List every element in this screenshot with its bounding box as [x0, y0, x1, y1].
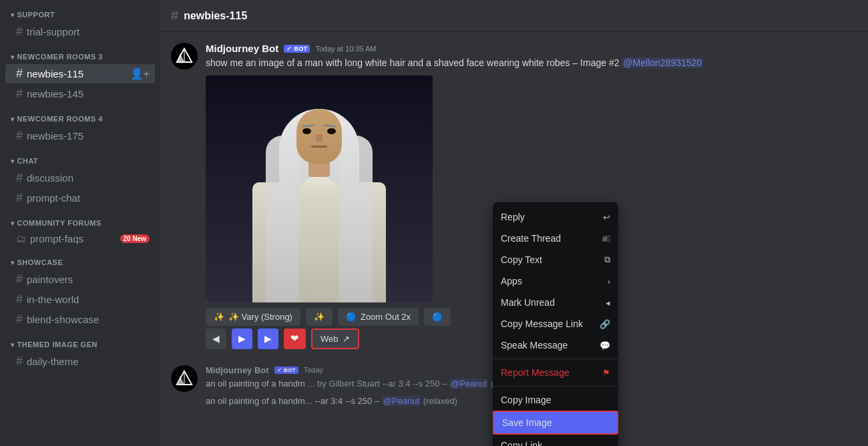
- sidebar-item-daily-theme[interactable]: # daily-theme: [5, 352, 155, 371]
- context-menu-divider: [493, 359, 618, 359]
- channel-header: # newbies-115: [160, 0, 868, 32]
- context-create-thread[interactable]: Create Thread #⃣: [493, 228, 618, 249]
- vary-subtle-button[interactable]: ✨: [306, 308, 333, 326]
- hash-icon: #: [16, 355, 23, 369]
- channel-hash-icon: #: [171, 8, 178, 23]
- sidebar-item-newbies-115[interactable]: # newbies-115 👤+: [5, 64, 155, 83]
- context-apps[interactable]: Apps ›: [493, 270, 618, 292]
- sidebar-item-blend-showcase[interactable]: # blend-showcase: [5, 310, 155, 329]
- context-mark-unread[interactable]: Mark Unread ◂: [493, 292, 618, 313]
- sidebar-item-prompt-faqs[interactable]: 🗂 prompt-faqs 20 New: [5, 230, 155, 247]
- message-timestamp-2: Today: [304, 366, 323, 374]
- chevron-down-icon: ▾: [11, 116, 15, 123]
- hash-icon: #: [16, 292, 23, 306]
- chevron-down-icon: ▾: [11, 11, 15, 19]
- chevron-down-icon: ▾: [11, 341, 15, 349]
- chevron-down-icon: ▾: [11, 259, 15, 266]
- sidebar-category-themed-image-gen[interactable]: ▾ THEMED IMAGE GEN: [0, 330, 160, 351]
- hash-icon: #: [16, 87, 23, 101]
- sidebar-category-newcomer-rooms-4[interactable]: ▾ NEWCOMER ROOMS 4: [0, 104, 160, 126]
- mention-3[interactable]: @Peanut: [382, 396, 421, 406]
- hash-icon: #: [16, 312, 23, 326]
- context-menu: Reply ↩ Create Thread #⃣ Copy Text ⧉ App…: [493, 202, 618, 446]
- message-timestamp: Today at 10:35 AM: [315, 45, 376, 53]
- zoom-out-2x-button[interactable]: 🔵 Zoom Out 2x: [338, 308, 419, 326]
- generated-image[interactable]: [206, 75, 433, 302]
- mention[interactable]: @Mellon28931520: [622, 57, 703, 68]
- context-save-image[interactable]: Save Image: [493, 411, 618, 435]
- sidebar-item-newbies-145[interactable]: # newbies-145: [5, 84, 155, 103]
- ai-image-content: [206, 75, 433, 302]
- avatar-2: [171, 365, 198, 392]
- context-speak-message[interactable]: Speak Message 💬: [493, 334, 618, 356]
- sidebar: ▾ SUPPORT # trial-support ▾ NEWCOMER ROO…: [0, 0, 160, 446]
- chevron-down-icon: ▾: [11, 220, 15, 227]
- bot-badge-2: ✓ BOT: [274, 367, 298, 374]
- hash-icon: #: [16, 272, 23, 286]
- context-copy-link[interactable]: Copy Link: [493, 435, 618, 446]
- arrow-right-button[interactable]: ▶: [232, 328, 252, 349]
- chevron-down-icon: ▾: [11, 53, 15, 61]
- unread-badge: 20 New: [120, 234, 150, 243]
- avatar: [171, 43, 198, 69]
- add-member-icon[interactable]: 👤+: [130, 67, 150, 80]
- context-reply[interactable]: Reply ↩: [493, 206, 618, 228]
- username-2: Midjourney Bot: [206, 365, 269, 375]
- hash-icon: #: [16, 191, 23, 205]
- context-menu-divider-2: [493, 386, 618, 387]
- zoom-out-custom-button[interactable]: 🔵: [424, 308, 451, 326]
- arrow-left-button[interactable]: ◀: [206, 328, 226, 349]
- sidebar-item-prompt-chat[interactable]: # prompt-chat: [5, 188, 155, 208]
- sidebar-item-in-the-world[interactable]: # in-the-world: [5, 290, 155, 309]
- sidebar-category-newcomer-rooms-3[interactable]: ▾ NEWCOMER ROOMS 3: [0, 42, 160, 63]
- sidebar-category-support[interactable]: ▾ SUPPORT: [0, 0, 160, 21]
- sidebar-item-newbies-175[interactable]: # newbies-175: [5, 126, 155, 146]
- context-copy-message-link[interactable]: Copy Message Link 🔗: [493, 313, 618, 334]
- forum-icon: 🗂: [16, 233, 26, 244]
- sidebar-category-chat[interactable]: ▾ CHAT: [0, 146, 160, 168]
- bot-badge: ✓ BOT: [284, 45, 310, 53]
- hash-icon: #: [16, 129, 23, 143]
- main-content: # newbies-115 Midjourney Bot ✓ B: [160, 0, 868, 446]
- check-icon: ✓: [286, 45, 292, 52]
- chevron-down-icon: ▾: [11, 158, 15, 165]
- vary-strong-button[interactable]: ✨ ✨ Vary (Strong): [206, 308, 300, 326]
- username: Midjourney Bot: [206, 43, 278, 54]
- channel-name: newbies-115: [184, 10, 247, 22]
- hash-icon: #: [16, 67, 23, 81]
- web-button[interactable]: Web ↗: [311, 328, 359, 349]
- mention-2[interactable]: @Peanut: [449, 379, 488, 389]
- message-text: show me an image of a man with long whit…: [206, 57, 857, 70]
- sidebar-category-showcase[interactable]: ▾ SHOWCASE: [0, 248, 160, 269]
- hash-icon: #: [16, 25, 23, 39]
- arrow-right2-button[interactable]: ▶: [258, 328, 278, 349]
- message-header: Midjourney Bot ✓ BOT Today at 10:35 AM: [206, 43, 857, 54]
- context-report-message[interactable]: Report Message ⚑: [493, 362, 618, 383]
- sidebar-item-trial-support[interactable]: # trial-support: [5, 22, 155, 41]
- hash-icon: #: [16, 171, 23, 185]
- context-copy-text[interactable]: Copy Text ⧉: [493, 249, 618, 270]
- messages-area: Midjourney Bot ✓ BOT Today at 10:35 AM s…: [160, 32, 868, 446]
- sidebar-category-community-forums[interactable]: ▾ COMMUNITY FORUMS: [0, 208, 160, 230]
- sidebar-item-discussion[interactable]: # discussion: [5, 168, 155, 188]
- context-copy-image[interactable]: Copy Image: [493, 389, 618, 411]
- heart-button[interactable]: ❤: [284, 328, 306, 349]
- sidebar-item-paintovers[interactable]: # paintovers: [5, 270, 155, 289]
